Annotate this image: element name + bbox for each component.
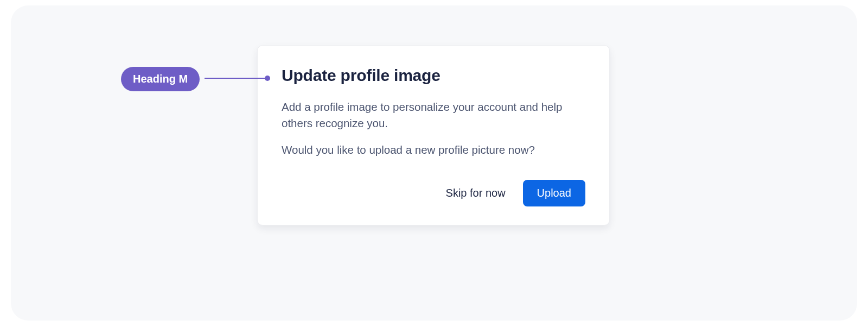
dialog-body-paragraph: Would you like to upload a new profile p…: [282, 142, 585, 158]
annotation-label: Heading M: [133, 73, 188, 85]
annotation-connector-dot: [265, 76, 270, 81]
dialog-body: Add a profile image to personalize your …: [282, 99, 585, 158]
skip-button[interactable]: Skip for now: [444, 180, 508, 206]
annotation-connector-line: [205, 78, 267, 79]
example-canvas: Heading M Update profile image Add a pro…: [11, 5, 857, 321]
dialog-actions: Skip for now Upload: [282, 180, 585, 206]
upload-button[interactable]: Upload: [523, 180, 585, 206]
dialog-body-paragraph: Add a profile image to personalize your …: [282, 99, 585, 131]
update-profile-dialog: Update profile image Add a profile image…: [257, 45, 610, 225]
annotation-badge: Heading M: [121, 67, 200, 91]
dialog-title: Update profile image: [282, 66, 585, 85]
